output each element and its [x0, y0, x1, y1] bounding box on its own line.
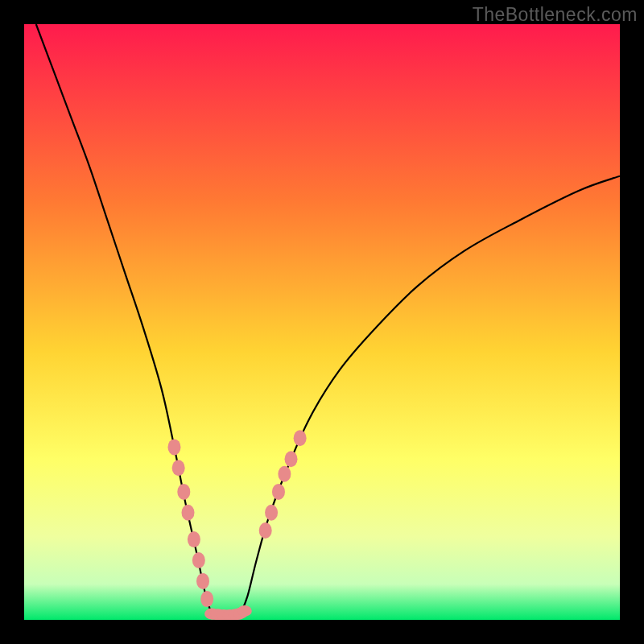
data-point [259, 522, 272, 539]
data-point [272, 484, 285, 500]
data-point [167, 439, 180, 455]
data-point [177, 484, 190, 500]
data-point [182, 505, 195, 521]
data-point [196, 573, 209, 589]
chart-plot-area [24, 24, 620, 620]
data-point [188, 531, 200, 547]
data-point [285, 451, 298, 467]
chart-container: TheBottleneck.com [0, 0, 644, 644]
data-point [294, 430, 307, 446]
watermark-text: TheBottleneck.com [473, 4, 638, 26]
chart-svg [24, 24, 620, 620]
data-point [172, 460, 185, 476]
data-point [265, 505, 278, 521]
data-point [237, 605, 252, 617]
gradient-background [24, 24, 620, 620]
data-point [200, 591, 213, 607]
data-point [278, 466, 291, 482]
data-point [192, 552, 205, 568]
